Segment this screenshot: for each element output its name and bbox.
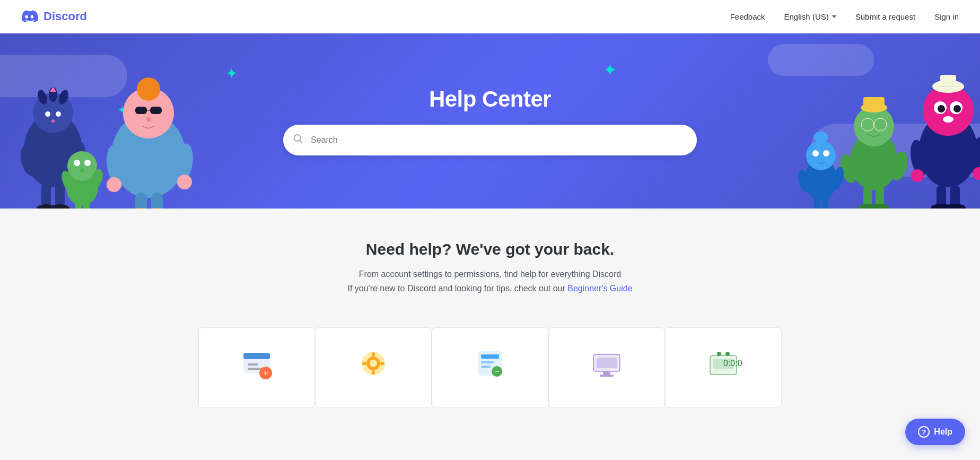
svg-point-5 [45,111,50,117]
svg-point-26 [177,175,192,189]
svg-point-35 [80,168,84,172]
signin-link[interactable]: Sign in [934,12,959,21]
category-icon-4 [588,345,625,382]
content-sub-line2: If you're new to Discord and looking for… [11,281,969,296]
hero-section: ✦ ✦ ✦ ✦ [0,33,980,209]
language-label: English (US) [784,12,829,21]
beginners-guide-link[interactable]: Beginner's Guide [567,284,632,293]
svg-point-54 [911,169,924,182]
svg-point-46 [938,105,945,112]
svg-rect-85 [243,353,270,359]
svg-point-25 [107,177,121,192]
category-card-5[interactable]: 0:0:0 [665,327,782,408]
svg-rect-37 [83,201,90,209]
svg-rect-36 [75,201,82,209]
right-character-svg [789,44,980,209]
left-character-svg [0,44,244,209]
svg-rect-99 [481,366,491,368]
svg-text:0:0:0: 0:0:0 [723,359,742,368]
svg-point-29 [130,208,152,209]
svg-point-7 [51,119,55,123]
svg-rect-106 [597,358,617,368]
svg-rect-104 [603,371,610,375]
sparkle-icon-3: ✦ [603,60,617,80]
svg-rect-98 [481,361,494,363]
category-card-4[interactable] [548,327,665,408]
svg-rect-86 [248,363,258,366]
category-card-2[interactable] [315,327,432,408]
svg-rect-92 [372,352,375,357]
discord-logo[interactable]: Discord [21,8,87,25]
svg-rect-97 [481,354,499,359]
svg-rect-81 [822,197,828,209]
navbar: Discord Feedback English (US) Submit a r… [0,0,980,33]
category-icon-5: 0:0:0 [705,345,742,382]
svg-rect-19 [135,107,147,114]
svg-rect-27 [135,193,147,209]
categories-row: 0:0:0 [0,306,980,408]
content-headline: Need help? We've got your back. [11,240,969,258]
category-icon-1 [238,345,275,382]
svg-point-111 [717,352,721,356]
language-selector[interactable]: English (US) [784,12,836,21]
feedback-link[interactable]: Feedback [730,12,765,21]
svg-rect-28 [151,193,163,209]
svg-point-30 [146,208,168,209]
content-sub-line1: From account settings to permissions, fi… [11,267,969,281]
svg-point-59 [944,204,966,209]
svg-rect-94 [362,362,366,365]
hero-characters-left [0,44,244,209]
svg-rect-20 [150,107,162,114]
svg-point-48 [943,116,953,123]
category-card-1[interactable] [198,327,315,408]
nav-links: Feedback English (US) Submit a request S… [730,12,959,21]
svg-rect-105 [600,375,614,377]
svg-point-72 [870,204,889,209]
svg-point-34 [84,160,91,166]
svg-point-33 [74,160,80,166]
svg-point-76 [823,150,829,157]
svg-point-74 [806,141,836,170]
svg-rect-95 [380,362,384,365]
chevron-down-icon [832,15,836,18]
category-card-3[interactable] [432,327,548,408]
svg-rect-80 [814,197,820,209]
svg-point-112 [725,352,730,356]
submit-request-link[interactable]: Submit a request [855,12,915,21]
svg-point-47 [953,105,961,112]
hero-title: Help Center [429,86,551,112]
svg-rect-66 [863,97,885,109]
beginners-guide-prefix: If you're new to Discord and looking for… [347,284,567,293]
svg-point-13 [50,204,69,209]
hero-characters-right [789,44,980,209]
discord-logo-icon [21,8,38,25]
search-input[interactable] [283,125,697,155]
svg-point-6 [56,111,61,117]
search-bar-container [283,125,697,155]
svg-rect-50 [940,75,956,88]
svg-point-17 [137,77,160,101]
category-icon-2 [355,345,392,382]
content-section: Need help? We've got your back. From acc… [0,209,980,306]
svg-point-77 [813,132,828,142]
svg-point-22 [146,117,151,122]
svg-point-75 [812,150,819,157]
category-icon-3 [471,345,509,382]
discord-wordmark: Discord [43,10,87,23]
svg-rect-93 [372,370,375,375]
